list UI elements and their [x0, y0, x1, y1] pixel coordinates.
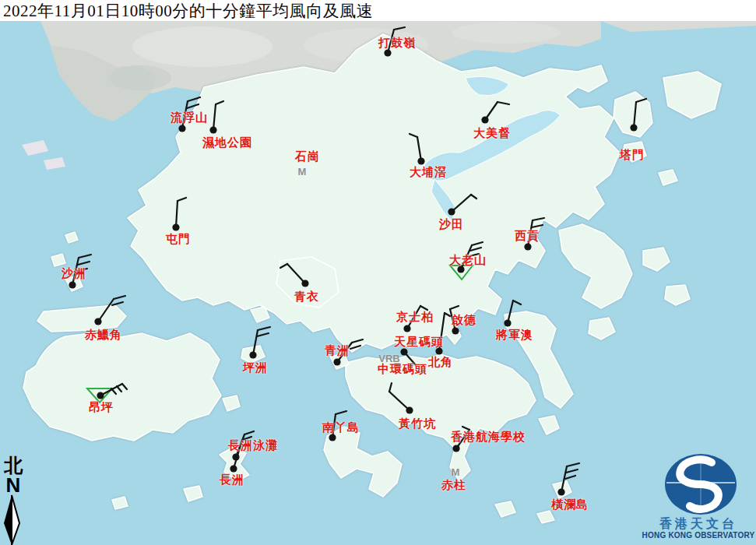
station-dot-ngong-ping: [97, 392, 104, 399]
station-dot-sai-kung: [524, 243, 531, 250]
station-dot-lamma-island: [329, 434, 336, 441]
map-title: 2022年11月01日10時00分的十分鐘平均風向及風速: [0, 0, 373, 22]
weather-wind-map: 打鼓嶺流浮山濕地公園石崗M大美督塔門大埔滘屯門沙田西貢沙洲大老山青衣赤鱲角京士柏…: [0, 0, 756, 545]
logo-english-name: HONG KONG OBSERVATORY: [641, 531, 756, 540]
map-graphics: [0, 0, 756, 545]
station-dot-hk-sea-school: [452, 445, 459, 452]
station-dot-tates-cairn: [457, 265, 464, 272]
station-dot-cheung-chau: [230, 465, 237, 472]
logo-chinese-name: 香港天文台: [641, 517, 756, 531]
station-dot-chek-lap-kok: [94, 318, 101, 325]
hko-logo-emblem: [665, 454, 737, 515]
station-dot-wong-chuk-hang: [406, 406, 413, 413]
station-dot-green-island: [333, 358, 340, 365]
north-indicator: 北 N: [2, 455, 25, 494]
station-dot-kai-tak: [452, 327, 459, 334]
station-dot-tap-mun: [630, 124, 637, 131]
station-dot-wetland-park: [209, 126, 216, 133]
station-dot-north-point: [435, 347, 442, 354]
station-dot-tseung-kwan-o: [504, 319, 511, 326]
station-dot-tai-mei-tuk: [481, 116, 488, 123]
station-dot-ta-kwu-ling: [384, 49, 391, 56]
station-dot-tuen-mun: [172, 223, 179, 230]
station-dot-sha-chau: [69, 281, 76, 288]
station-dot-kings-park: [403, 325, 410, 332]
station-dot-tsing-yi: [301, 280, 308, 287]
station-dot-peng-chau: [249, 351, 256, 358]
title-bar: 2022年11月01日10時00分的十分鐘平均風向及風速: [0, 0, 756, 21]
station-dot-waglan-island: [557, 488, 564, 495]
hko-logo-text: 香港天文台 HONG KONG OBSERVATORY: [641, 517, 756, 540]
station-dot-lau-fau-shan: [178, 125, 185, 132]
station-dot-tai-po-kau: [417, 157, 424, 164]
north-letter-label: N: [2, 476, 25, 494]
station-dot-sha-tin: [448, 208, 455, 215]
station-dot-star-ferry-pier: [400, 348, 407, 355]
